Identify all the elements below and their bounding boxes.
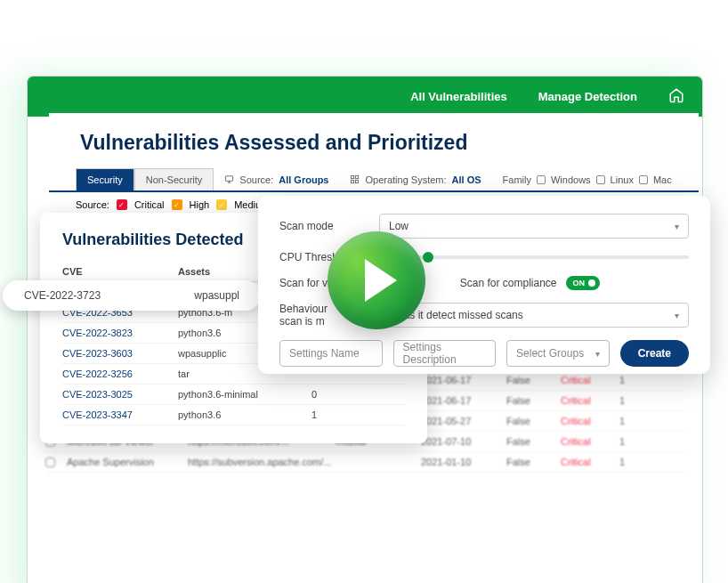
settings-name-input[interactable]: Settings Name — [279, 340, 383, 367]
slider-thumb[interactable] — [423, 252, 433, 263]
compliance-label: Scan for compliance — [460, 277, 557, 289]
back-window-header: All Vulnerabilities Manage Detection — [28, 77, 702, 117]
scan-mode-row: Scan mode Low ▾ — [279, 214, 689, 239]
cve-link[interactable]: CVE-2022-3823 — [62, 328, 178, 338]
nav-manage-detection[interactable]: Manage Detection — [538, 90, 637, 103]
table-row[interactable]: CVE-2023-3025python3.6-minimal0 — [62, 385, 405, 405]
settings-description-input[interactable]: Settings Description — [393, 340, 497, 367]
mid-window: Vulnerabilities Assessed and Prioritized… — [49, 113, 699, 202]
cve-id: CVE-2022-3723 — [24, 289, 101, 302]
family-filter: Family Windows Linux Mac — [492, 169, 683, 190]
scan-mode-label: Scan mode — [279, 220, 379, 232]
critical-checkbox[interactable] — [117, 199, 127, 210]
chevron-down-icon: ▾ — [595, 349, 600, 359]
source-filter[interactable]: Source: All Groups — [214, 169, 339, 190]
cpu-threshold-slider[interactable] — [379, 255, 689, 259]
cve-link[interactable]: CVE-2023-3347 — [62, 409, 178, 420]
tab-nonsecurity[interactable]: Non-Security — [134, 168, 214, 190]
cve-link[interactable]: CVE-2023-3025 — [62, 389, 178, 400]
svg-rect-0 — [226, 176, 233, 182]
mid-tabs: Security Non-Security Source: All Groups… — [49, 168, 699, 192]
scan-mode-select[interactable]: Low ▾ — [379, 214, 689, 239]
mac-checkbox[interactable] — [639, 175, 648, 184]
row-checkbox[interactable] — [45, 457, 55, 467]
screen-icon — [224, 174, 234, 184]
table-row: Apache Supervision https://subversion.ap… — [45, 452, 684, 473]
svg-rect-4 — [356, 180, 359, 182]
home-icon[interactable] — [668, 87, 684, 106]
chevron-down-icon: ▾ — [675, 222, 679, 231]
windows-checkbox[interactable] — [537, 175, 546, 184]
svg-rect-2 — [356, 175, 359, 178]
cve-link[interactable]: CVE-2022-3256 — [62, 368, 178, 379]
os-filter[interactable]: Operating System: All OS — [339, 169, 491, 190]
medium-checkbox[interactable] — [216, 199, 227, 210]
tab-security[interactable]: Security — [76, 168, 134, 190]
cve-asset: wpasuppl — [194, 289, 239, 302]
grid-icon — [350, 174, 360, 184]
cve-highlight-pill[interactable]: CVE-2022-3723 wpasuppl — [3, 280, 261, 311]
table-row[interactable]: CVE-2023-3347python3.61 — [62, 405, 405, 425]
svg-rect-3 — [352, 180, 354, 182]
select-groups-dropdown[interactable]: Select Groups ▾ — [506, 340, 610, 367]
svg-rect-1 — [352, 175, 354, 178]
page-title: Vulnerabilities Assessed and Prioritized — [49, 113, 699, 168]
settings-inputs-row: Settings Name Settings Description Selec… — [279, 340, 689, 367]
chevron-down-icon: ▾ — [675, 311, 679, 320]
cve-link[interactable]: CVE-2023-3603 — [62, 348, 178, 359]
play-button[interactable] — [328, 231, 425, 329]
linux-checkbox[interactable] — [596, 175, 605, 184]
nav-all-vulnerabilities[interactable]: All Vulnerabilities — [410, 90, 507, 103]
create-button[interactable]: Create — [620, 340, 689, 367]
behaviour-select[interactable]: on as it detect missed scans ▾ — [379, 303, 689, 328]
high-checkbox[interactable] — [172, 199, 182, 210]
scan-settings-card: Scan mode Low ▾ CPU Threshold Scan for v… — [258, 196, 710, 374]
compliance-toggle[interactable]: ON — [566, 276, 601, 290]
